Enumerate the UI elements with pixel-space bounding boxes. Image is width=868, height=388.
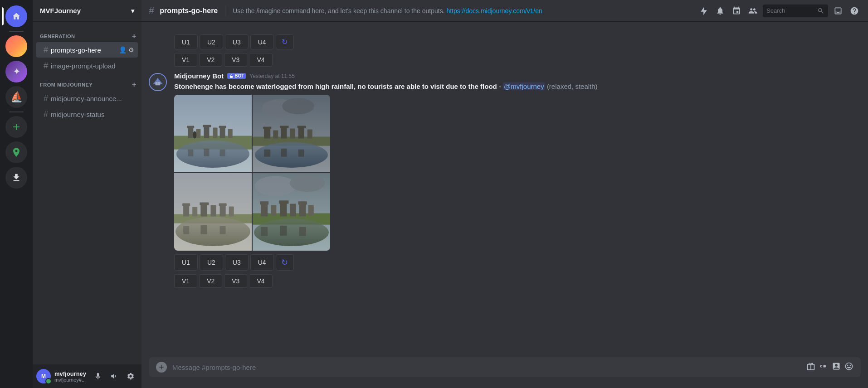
settings-icon[interactable]: ⚙ — [128, 46, 134, 53]
v2-top-button[interactable]: V2 — [199, 53, 222, 67]
bot-avatar — [149, 73, 167, 91]
image-cell-2[interactable] — [253, 95, 330, 172]
home-server-icon[interactable] — [5, 5, 27, 27]
channel-name-midjourney-announcements: midjourney-announce... — [51, 95, 122, 102]
explore-button[interactable] — [5, 141, 27, 163]
u1-button[interactable]: U1 — [174, 254, 198, 271]
svg-rect-29 — [290, 128, 295, 138]
hash-icon-1: # — [44, 45, 48, 55]
message-author-bot[interactable]: Midjourney Bot — [174, 72, 224, 80]
members-icon-button[interactable] — [746, 5, 759, 17]
add-channel-from-midjourney[interactable]: + — [131, 81, 138, 88]
svg-rect-8 — [196, 129, 200, 138]
chevron-down-icon: ▾ — [131, 7, 134, 15]
svg-point-53 — [290, 175, 324, 192]
v1-button[interactable]: V1 — [174, 274, 197, 288]
channel-item-prompts-go-here[interactable]: # prompts-go-here 👤 ⚙ — [36, 42, 138, 58]
username: mvfjourney — [54, 370, 87, 377]
svg-rect-13 — [219, 126, 226, 128]
svg-rect-41 — [192, 207, 197, 216]
v3-top-button[interactable]: V3 — [224, 53, 247, 67]
server-icon-gradient1[interactable] — [5, 35, 27, 57]
v4-top-button[interactable]: V4 — [249, 53, 272, 67]
channel-name-prompts-go-here: prompts-go-here — [51, 46, 101, 54]
image-cell-1[interactable] — [174, 95, 252, 172]
settings-button[interactable] — [123, 369, 138, 383]
download-button[interactable] — [5, 167, 27, 189]
stonehenge-image-grid — [174, 95, 330, 251]
v4-button[interactable]: V4 — [249, 274, 272, 288]
svg-rect-25 — [263, 126, 271, 129]
mute-button[interactable] — [91, 369, 105, 383]
topic-link[interactable]: https://docs.midjourney.com/v1/en — [446, 7, 542, 15]
svg-point-52 — [255, 176, 296, 196]
sticker-icon-button[interactable] — [832, 362, 841, 373]
refresh-button[interactable]: ↻ — [276, 254, 294, 271]
u2-top-button[interactable]: U2 — [200, 34, 223, 49]
channel-item-midjourney-status[interactable]: # midjourney-status — [36, 107, 138, 122]
server-divider-1 — [9, 31, 24, 32]
svg-rect-49 — [200, 225, 207, 234]
u3-top-button[interactable]: U3 — [225, 34, 249, 49]
category-generation[interactable]: GENERATION + — [33, 25, 141, 42]
channel-item-midjourney-announcements[interactable]: # midjourney-announce... — [36, 91, 138, 106]
message-mention[interactable]: @mvfjourney — [503, 82, 545, 90]
add-channel-generation[interactable]: + — [131, 33, 138, 40]
svg-rect-57 — [260, 201, 268, 204]
user-avatar: M — [36, 369, 51, 383]
help-icon-button[interactable] — [848, 5, 861, 17]
add-member-icon[interactable]: 👤 — [119, 46, 127, 53]
svg-rect-30 — [298, 126, 304, 138]
search-box[interactable]: Search — [763, 5, 828, 17]
v1-top-button[interactable]: V1 — [174, 53, 197, 67]
add-server-button[interactable] — [5, 116, 27, 138]
channel-item-image-prompt-upload[interactable]: # image-prompt-upload — [36, 58, 138, 73]
v2-button[interactable]: V2 — [199, 274, 222, 288]
v3-button[interactable]: V3 — [224, 274, 247, 288]
gift-icon-button[interactable] — [806, 362, 815, 373]
u1-top-button[interactable]: U1 — [174, 34, 198, 49]
refresh-top-button[interactable]: ↻ — [276, 34, 294, 49]
u4-button[interactable]: U4 — [250, 254, 274, 271]
add-content-button[interactable] — [156, 362, 167, 373]
image-cell-3[interactable] — [174, 173, 252, 251]
image-cell-4[interactable] — [253, 173, 330, 251]
deafen-button[interactable] — [107, 369, 122, 383]
svg-rect-50 — [220, 226, 226, 234]
channel-header-name: prompts-go-here — [160, 7, 218, 15]
channel-header: # prompts-go-here Use the /imagine comma… — [141, 0, 868, 22]
inbox-icon-button[interactable] — [832, 5, 844, 17]
svg-rect-28 — [280, 126, 288, 128]
svg-rect-64 — [308, 205, 314, 215]
bell-icon-button[interactable] — [714, 5, 727, 17]
category-from-midjourney[interactable]: FROM MIDJOURNEY + — [33, 74, 141, 90]
emoji-icon-button[interactable] — [844, 362, 853, 373]
u2-button[interactable]: U2 — [200, 254, 223, 271]
gif-icon-button[interactable] — [819, 362, 828, 373]
messages-area: U1 U2 U3 U4 ↻ V1 V2 V3 V4 — [141, 22, 868, 357]
hash-icon-2: # — [44, 61, 48, 71]
svg-rect-16 — [188, 150, 193, 156]
svg-point-15 — [193, 131, 196, 138]
u4-top-button[interactable]: U4 — [250, 34, 274, 49]
pin-icon-button[interactable] — [730, 5, 743, 17]
svg-rect-47 — [229, 206, 234, 216]
server-icon-boat[interactable]: ⛵ — [5, 86, 27, 108]
u3-button[interactable]: U3 — [225, 254, 249, 271]
svg-rect-58 — [271, 205, 276, 215]
server-name: MVFJourney — [40, 7, 81, 15]
message-input-field[interactable] — [172, 364, 801, 371]
message-content-bot: Midjourney Bot BOT Yesterday at 11:55 St… — [174, 72, 861, 288]
channel-header-hash-icon: # — [149, 5, 154, 17]
svg-rect-39 — [183, 204, 189, 216]
svg-point-21 — [282, 98, 314, 114]
svg-rect-44 — [210, 205, 216, 216]
svg-rect-24 — [264, 127, 270, 138]
svg-rect-18 — [220, 150, 225, 156]
server-icon-gradient2[interactable]: ✦ — [5, 61, 27, 82]
boost-icon-button[interactable] — [697, 5, 710, 17]
channel-name-midjourney-status: midjourney-status — [51, 111, 104, 118]
svg-rect-60 — [279, 200, 288, 204]
server-header[interactable]: MVFJourney ▾ — [33, 0, 141, 22]
svg-rect-17 — [204, 149, 209, 156]
